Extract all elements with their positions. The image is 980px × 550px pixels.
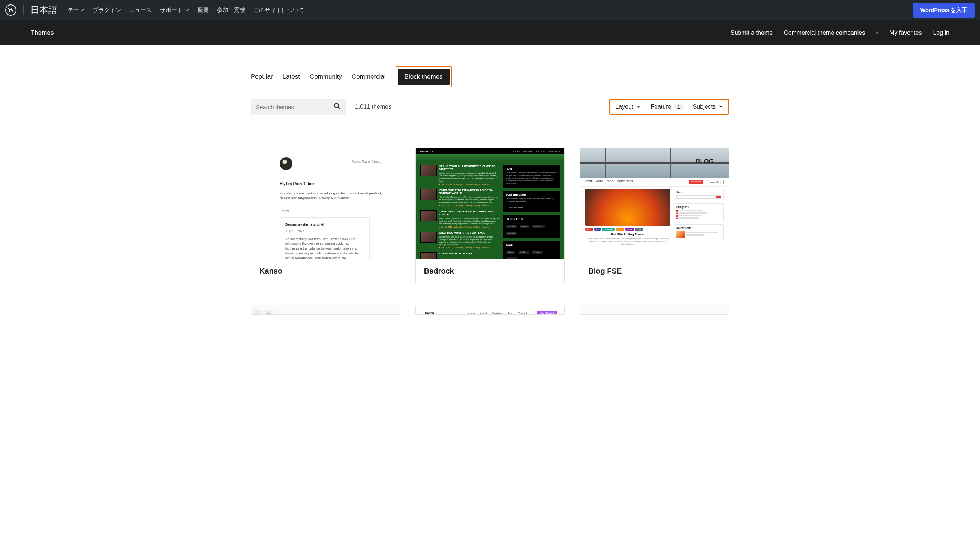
preview-nav-item: Services <box>492 312 503 315</box>
preview-item-title: CRAFTING YOUR FIRST COTTAGE <box>439 231 499 235</box>
preview-nav: HOME AUTO BLOG COMPUTERS Download Learn … <box>580 178 729 187</box>
preview-item-title: YOUR GUIDE TO ENHANCING AN OPEN-SOURCE W… <box>439 189 499 195</box>
nav-get-involved[interactable]: 参加・貢献 <box>217 7 245 14</box>
preview-main-body: Lorem ipsum dolor sit amet consectetur a… <box>585 238 670 246</box>
search-box <box>251 98 346 115</box>
preview-input-placeholder: type your email… <box>506 205 528 209</box>
locale-label[interactable]: 日本語 <box>30 4 57 16</box>
preview-item-body: Welcome to the realm of personalization … <box>439 217 499 225</box>
preview-download-button: Download <box>689 180 704 184</box>
preview-link: Reviews <box>523 150 533 153</box>
preview-post-date: Aug 13, 2024 <box>285 229 364 233</box>
preview-bio: Multidisciplinary maker specializing in … <box>280 191 383 201</box>
preview-side-body: I'm Bedrock. Discover the ultimate Minet… <box>506 171 557 185</box>
svg-line-1 <box>338 107 340 109</box>
get-wordpress-button[interactable]: WordPress を入手 <box>913 3 975 17</box>
svg-point-0 <box>334 103 339 108</box>
preview-side-heading: HEY! <box>506 168 557 170</box>
preview-chip: Crafting <box>518 250 529 254</box>
link-submit-theme[interactable]: Submit a theme <box>731 30 773 36</box>
theme-preview: ≡ <box>251 305 400 315</box>
preview-main: HELLO WORLD! A BEGINNER'S GUIDE TO MINET… <box>416 161 565 258</box>
nav-support[interactable]: サポート <box>160 7 189 14</box>
thumbnail-icon <box>420 252 437 258</box>
preview-hero: BLOG <box>580 148 729 178</box>
tab-popular[interactable]: Popular <box>251 73 273 81</box>
preview-chip: Minetest <box>506 257 517 258</box>
tab-community[interactable]: Community <box>310 73 342 81</box>
theme-card-kanso[interactable]: About Posts Search Hi, I'm Rich Tabor Mu… <box>251 148 400 284</box>
primary-nav: テーマ プラグイン ニュース サポート 概要 参加・貢献 このサイトについて <box>68 7 913 14</box>
link-commercial-companies[interactable]: Commercial theme companies <box>784 30 865 36</box>
preview-brand: Jadro <box>424 311 434 315</box>
bridge-pillar-icon <box>666 148 675 178</box>
link-login[interactable]: Log in <box>933 30 949 36</box>
preview-side-heading: CATEGORIES <box>506 218 557 220</box>
preview-panel-heading: Categories <box>676 206 721 208</box>
preview-link: Tutorials <box>536 150 546 153</box>
thumbnail-icon <box>420 165 437 176</box>
preview-chips: Auto Art Computers Food News Sport <box>585 228 670 231</box>
thumbnail-icon <box>676 231 684 238</box>
preview-decor <box>416 154 565 161</box>
theme-preview <box>580 305 729 315</box>
preview-item-title: CUSTOMIZATION TIPS FOR A PERSONAL TOUCH <box>439 210 499 216</box>
preview-item-meta: ■ Dec 12, 2023 · ▲ Building · Crafting ·… <box>439 204 499 207</box>
search-and-filters-row: 1,011 themes Layout Feature 1 Subjects <box>251 96 729 122</box>
tab-latest[interactable]: Latest <box>283 73 300 81</box>
thumbnail-icon <box>420 210 437 222</box>
nav-plugins[interactable]: プラグイン <box>93 7 121 14</box>
preview-link: Guides <box>512 150 520 153</box>
preview-heading: Hi, I'm Rich Tabor <box>280 181 383 186</box>
tab-active-highlight: Block themes <box>396 66 452 87</box>
preview-item-meta: ■ Dec 12, 2023 · ▲ Building · Crafting ·… <box>439 247 499 249</box>
preview-chip: Building <box>506 225 517 228</box>
theme-title: Kanso <box>251 258 400 284</box>
preview-top-links: Guides Reviews Tutorials Education <box>512 150 560 153</box>
preview-item-meta: ■ Dec 12, 2023 · ▲ Building · Crafting ·… <box>439 183 499 185</box>
preview-nav-item: AUTO <box>597 180 603 184</box>
preview-item-title: HELLO WORLD! A BEGINNER'S GUIDE TO MINET… <box>439 165 499 171</box>
preview-item-title: TOP MODS TO EXPLORE <box>439 252 499 255</box>
preview-nav-item: About <box>480 312 487 315</box>
preview-image <box>585 189 670 225</box>
tab-block-themes[interactable]: Block themes <box>398 68 450 85</box>
nav-about[interactable]: 概要 <box>197 7 209 14</box>
preview-chip: Sport <box>635 228 643 231</box>
filter-feature[interactable]: Feature 1 <box>651 103 683 110</box>
preview-item-body: Welcome to the expansive and creative wo… <box>439 172 499 182</box>
nav-themes[interactable]: テーマ <box>68 7 85 14</box>
nav-support-label: サポート <box>160 7 183 14</box>
avatar-icon <box>280 157 293 170</box>
thumbnail-icon <box>420 189 437 200</box>
preview-line <box>686 232 717 233</box>
search-input[interactable] <box>256 104 333 110</box>
tab-commercial[interactable]: Commercial <box>352 73 386 81</box>
preview-chip: Auto <box>585 228 593 231</box>
wordpress-logo-icon[interactable]: W <box>5 5 16 16</box>
theme-card-blog-fse[interactable]: BLOG HOME AUTO BLOG COMPUTERS Download L… <box>580 148 729 284</box>
theme-preview-bedrock: BEDROCK Guides Reviews Tutorials Educati… <box>416 148 565 258</box>
theme-card-jadro[interactable]: Jadro Home About Services Blog Contact G… <box>415 305 565 315</box>
preview-nav: Home About Services Blog Contact <box>468 312 527 315</box>
link-my-favorites[interactable]: My favorites <box>889 30 921 36</box>
filter-layout[interactable]: Layout <box>615 103 641 110</box>
theme-card[interactable] <box>580 305 729 315</box>
filter-controls-highlight: Layout Feature 1 Subjects <box>609 99 729 115</box>
preview-nav-item: Blog <box>507 312 512 315</box>
filter-tabs: Popular Latest Community Commercial Bloc… <box>251 45 729 96</box>
nav-about-site[interactable]: このサイトについて <box>253 7 304 14</box>
preview-line <box>676 212 708 214</box>
preview-nav-item: Contact <box>518 312 527 315</box>
theme-card-bedrock[interactable]: BEDROCK Guides Reviews Tutorials Educati… <box>415 148 565 284</box>
search-icon[interactable] <box>333 102 341 111</box>
theme-preview-blog-fse: BLOG HOME AUTO BLOG COMPUTERS Download L… <box>580 148 729 258</box>
preview-nav-item: BLOG <box>607 180 614 184</box>
filter-subjects[interactable]: Subjects <box>693 103 723 110</box>
nav-news[interactable]: ニュース <box>129 7 152 14</box>
results-count: 1,011 themes <box>355 103 391 110</box>
theme-card[interactable]: ≡ <box>251 305 400 315</box>
filter-feature-count-badge: 1 <box>674 104 683 110</box>
preview-chip: Education <box>532 225 545 228</box>
preview-line <box>676 215 701 216</box>
